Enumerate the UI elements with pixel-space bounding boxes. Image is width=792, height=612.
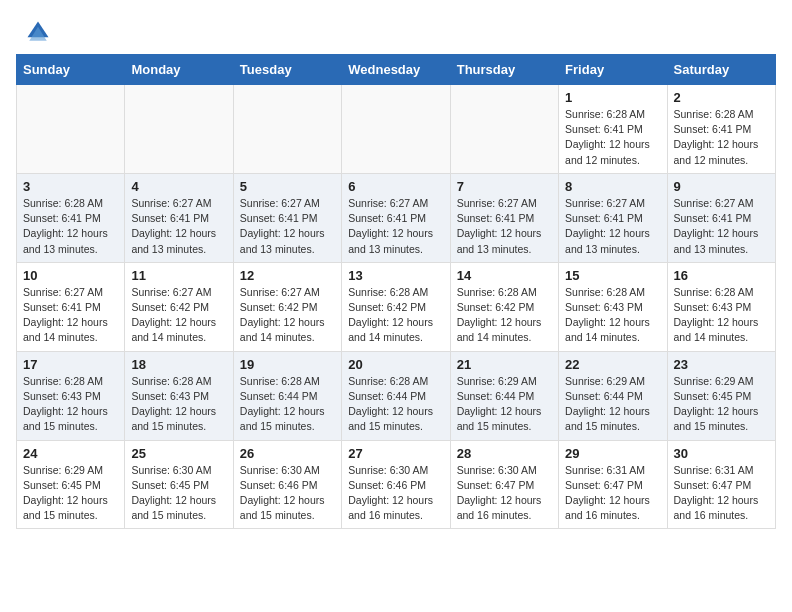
day-detail: Sunrise: 6:27 AM Sunset: 6:42 PM Dayligh… (131, 285, 226, 346)
day-detail: Sunrise: 6:28 AM Sunset: 6:43 PM Dayligh… (674, 285, 769, 346)
calendar-body: 1Sunrise: 6:28 AM Sunset: 6:41 PM Daylig… (17, 85, 776, 529)
day-number: 7 (457, 179, 552, 194)
day-number: 27 (348, 446, 443, 461)
calendar-cell (450, 85, 558, 174)
column-header-saturday: Saturday (667, 55, 775, 85)
day-detail: Sunrise: 6:27 AM Sunset: 6:41 PM Dayligh… (131, 196, 226, 257)
calendar-cell: 15Sunrise: 6:28 AM Sunset: 6:43 PM Dayli… (559, 262, 667, 351)
day-number: 30 (674, 446, 769, 461)
day-detail: Sunrise: 6:30 AM Sunset: 6:46 PM Dayligh… (240, 463, 335, 524)
calendar-cell: 19Sunrise: 6:28 AM Sunset: 6:44 PM Dayli… (233, 351, 341, 440)
calendar-cell: 28Sunrise: 6:30 AM Sunset: 6:47 PM Dayli… (450, 440, 558, 529)
calendar-cell: 4Sunrise: 6:27 AM Sunset: 6:41 PM Daylig… (125, 173, 233, 262)
day-number: 29 (565, 446, 660, 461)
calendar-cell (342, 85, 450, 174)
calendar-cell: 13Sunrise: 6:28 AM Sunset: 6:42 PM Dayli… (342, 262, 450, 351)
calendar-cell: 8Sunrise: 6:27 AM Sunset: 6:41 PM Daylig… (559, 173, 667, 262)
calendar-cell: 12Sunrise: 6:27 AM Sunset: 6:42 PM Dayli… (233, 262, 341, 351)
column-header-monday: Monday (125, 55, 233, 85)
calendar-table: SundayMondayTuesdayWednesdayThursdayFrid… (16, 54, 776, 529)
column-header-sunday: Sunday (17, 55, 125, 85)
day-detail: Sunrise: 6:30 AM Sunset: 6:45 PM Dayligh… (131, 463, 226, 524)
day-detail: Sunrise: 6:28 AM Sunset: 6:43 PM Dayligh… (23, 374, 118, 435)
calendar-container: SundayMondayTuesdayWednesdayThursdayFrid… (0, 54, 792, 537)
calendar-cell: 7Sunrise: 6:27 AM Sunset: 6:41 PM Daylig… (450, 173, 558, 262)
day-detail: Sunrise: 6:27 AM Sunset: 6:41 PM Dayligh… (348, 196, 443, 257)
day-detail: Sunrise: 6:28 AM Sunset: 6:43 PM Dayligh… (565, 285, 660, 346)
day-number: 28 (457, 446, 552, 461)
day-number: 13 (348, 268, 443, 283)
day-detail: Sunrise: 6:28 AM Sunset: 6:44 PM Dayligh… (348, 374, 443, 435)
day-number: 11 (131, 268, 226, 283)
day-number: 10 (23, 268, 118, 283)
calendar-cell (233, 85, 341, 174)
day-detail: Sunrise: 6:27 AM Sunset: 6:41 PM Dayligh… (23, 285, 118, 346)
day-detail: Sunrise: 6:28 AM Sunset: 6:41 PM Dayligh… (23, 196, 118, 257)
calendar-week-4: 17Sunrise: 6:28 AM Sunset: 6:43 PM Dayli… (17, 351, 776, 440)
day-detail: Sunrise: 6:28 AM Sunset: 6:42 PM Dayligh… (348, 285, 443, 346)
calendar-cell (125, 85, 233, 174)
column-header-friday: Friday (559, 55, 667, 85)
day-number: 14 (457, 268, 552, 283)
calendar-cell: 18Sunrise: 6:28 AM Sunset: 6:43 PM Dayli… (125, 351, 233, 440)
calendar-cell: 6Sunrise: 6:27 AM Sunset: 6:41 PM Daylig… (342, 173, 450, 262)
calendar-cell: 25Sunrise: 6:30 AM Sunset: 6:45 PM Dayli… (125, 440, 233, 529)
calendar-cell: 29Sunrise: 6:31 AM Sunset: 6:47 PM Dayli… (559, 440, 667, 529)
column-header-tuesday: Tuesday (233, 55, 341, 85)
day-number: 23 (674, 357, 769, 372)
day-number: 1 (565, 90, 660, 105)
calendar-cell: 23Sunrise: 6:29 AM Sunset: 6:45 PM Dayli… (667, 351, 775, 440)
logo-icon (24, 18, 52, 46)
day-detail: Sunrise: 6:29 AM Sunset: 6:44 PM Dayligh… (565, 374, 660, 435)
day-number: 24 (23, 446, 118, 461)
calendar-cell: 2Sunrise: 6:28 AM Sunset: 6:41 PM Daylig… (667, 85, 775, 174)
calendar-cell: 10Sunrise: 6:27 AM Sunset: 6:41 PM Dayli… (17, 262, 125, 351)
column-header-wednesday: Wednesday (342, 55, 450, 85)
calendar-cell: 24Sunrise: 6:29 AM Sunset: 6:45 PM Dayli… (17, 440, 125, 529)
day-detail: Sunrise: 6:28 AM Sunset: 6:44 PM Dayligh… (240, 374, 335, 435)
day-number: 5 (240, 179, 335, 194)
day-number: 12 (240, 268, 335, 283)
day-detail: Sunrise: 6:30 AM Sunset: 6:47 PM Dayligh… (457, 463, 552, 524)
day-number: 6 (348, 179, 443, 194)
day-number: 16 (674, 268, 769, 283)
calendar-cell: 21Sunrise: 6:29 AM Sunset: 6:44 PM Dayli… (450, 351, 558, 440)
day-detail: Sunrise: 6:29 AM Sunset: 6:44 PM Dayligh… (457, 374, 552, 435)
day-detail: Sunrise: 6:27 AM Sunset: 6:41 PM Dayligh… (240, 196, 335, 257)
calendar-cell: 20Sunrise: 6:28 AM Sunset: 6:44 PM Dayli… (342, 351, 450, 440)
calendar-cell: 9Sunrise: 6:27 AM Sunset: 6:41 PM Daylig… (667, 173, 775, 262)
day-detail: Sunrise: 6:27 AM Sunset: 6:41 PM Dayligh… (674, 196, 769, 257)
day-number: 17 (23, 357, 118, 372)
calendar-cell: 14Sunrise: 6:28 AM Sunset: 6:42 PM Dayli… (450, 262, 558, 351)
day-detail: Sunrise: 6:30 AM Sunset: 6:46 PM Dayligh… (348, 463, 443, 524)
calendar-header: SundayMondayTuesdayWednesdayThursdayFrid… (17, 55, 776, 85)
calendar-cell: 27Sunrise: 6:30 AM Sunset: 6:46 PM Dayli… (342, 440, 450, 529)
day-number: 18 (131, 357, 226, 372)
day-number: 25 (131, 446, 226, 461)
calendar-cell: 16Sunrise: 6:28 AM Sunset: 6:43 PM Dayli… (667, 262, 775, 351)
day-number: 20 (348, 357, 443, 372)
day-number: 15 (565, 268, 660, 283)
calendar-cell: 30Sunrise: 6:31 AM Sunset: 6:47 PM Dayli… (667, 440, 775, 529)
day-detail: Sunrise: 6:28 AM Sunset: 6:41 PM Dayligh… (674, 107, 769, 168)
logo (24, 18, 56, 46)
day-detail: Sunrise: 6:27 AM Sunset: 6:41 PM Dayligh… (457, 196, 552, 257)
day-detail: Sunrise: 6:31 AM Sunset: 6:47 PM Dayligh… (674, 463, 769, 524)
day-detail: Sunrise: 6:29 AM Sunset: 6:45 PM Dayligh… (674, 374, 769, 435)
calendar-week-2: 3Sunrise: 6:28 AM Sunset: 6:41 PM Daylig… (17, 173, 776, 262)
day-number: 9 (674, 179, 769, 194)
day-number: 19 (240, 357, 335, 372)
column-header-thursday: Thursday (450, 55, 558, 85)
calendar-cell: 22Sunrise: 6:29 AM Sunset: 6:44 PM Dayli… (559, 351, 667, 440)
day-number: 8 (565, 179, 660, 194)
day-number: 3 (23, 179, 118, 194)
day-number: 21 (457, 357, 552, 372)
header-row: SundayMondayTuesdayWednesdayThursdayFrid… (17, 55, 776, 85)
calendar-cell (17, 85, 125, 174)
day-detail: Sunrise: 6:28 AM Sunset: 6:42 PM Dayligh… (457, 285, 552, 346)
calendar-week-1: 1Sunrise: 6:28 AM Sunset: 6:41 PM Daylig… (17, 85, 776, 174)
page-header (0, 0, 792, 54)
calendar-cell: 5Sunrise: 6:27 AM Sunset: 6:41 PM Daylig… (233, 173, 341, 262)
calendar-cell: 3Sunrise: 6:28 AM Sunset: 6:41 PM Daylig… (17, 173, 125, 262)
calendar-week-5: 24Sunrise: 6:29 AM Sunset: 6:45 PM Dayli… (17, 440, 776, 529)
